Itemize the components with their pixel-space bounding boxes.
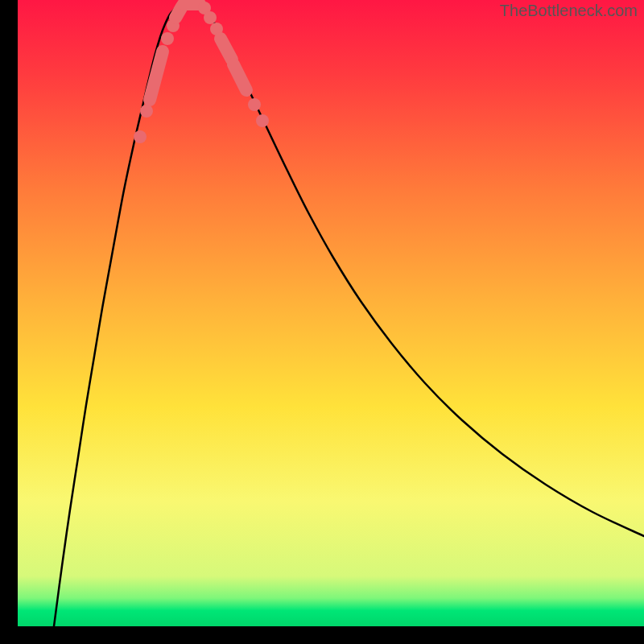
svg-line-12: [233, 64, 246, 90]
data-markers: [18, 0, 644, 626]
svg-point-4: [161, 32, 174, 45]
svg-point-9: [204, 11, 217, 24]
svg-point-13: [248, 98, 261, 111]
svg-point-1: [134, 130, 147, 143]
watermark-text: TheBottleneck.com: [500, 2, 638, 20]
svg-line-3: [150, 52, 163, 100]
svg-point-2: [140, 105, 153, 118]
svg-point-14: [256, 114, 269, 127]
y-axis-bar: [0, 0, 18, 644]
svg-line-11: [221, 39, 232, 60]
plot-area: [18, 0, 644, 626]
x-axis-bar: [0, 626, 644, 644]
